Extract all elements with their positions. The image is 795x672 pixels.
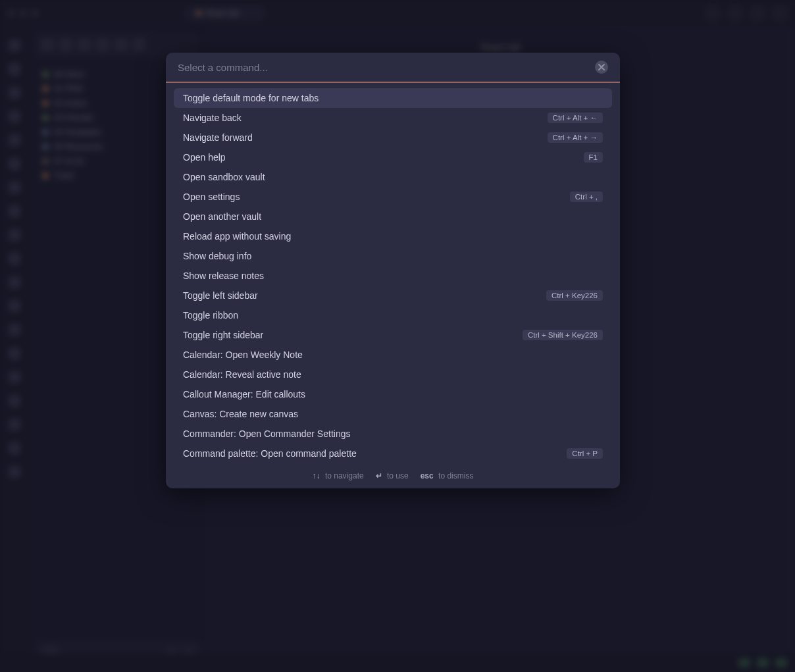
command-label: Navigate forward xyxy=(183,132,253,143)
command-label: Callout Manager: Edit callouts xyxy=(183,389,305,400)
command-item[interactable]: Calendar: Open Weekly Note xyxy=(174,345,612,365)
command-item[interactable]: Toggle left sidebarCtrl + Key226 xyxy=(174,286,612,305)
command-item[interactable]: Open settingsCtrl + , xyxy=(174,187,612,207)
command-label: Open another vault xyxy=(183,211,261,222)
command-label: Show release notes xyxy=(183,271,264,281)
command-label: Calendar: Reveal active note xyxy=(183,369,301,380)
command-label: Canvas: Create new canvas xyxy=(183,409,298,419)
esc-text: to dismiss xyxy=(438,471,473,480)
command-item[interactable]: Open helpF1 xyxy=(174,147,612,167)
use-key: ↵ xyxy=(376,471,382,480)
command-label: Toggle left sidebar xyxy=(183,290,258,301)
command-input-row xyxy=(166,53,620,82)
command-label: Open help xyxy=(183,152,226,163)
command-item[interactable]: Open sandbox vault xyxy=(174,167,612,187)
command-label: Calendar: Open Weekly Note xyxy=(183,349,303,360)
command-item[interactable]: Command palette: Open command paletteCtr… xyxy=(174,444,612,463)
command-item[interactable]: Canvas: Create new canvas xyxy=(174,404,612,424)
command-palette: Toggle default mode for new tabsNavigate… xyxy=(166,53,620,488)
command-label: Command palette: Open command palette xyxy=(183,448,357,459)
nav-text: to navigate xyxy=(325,471,364,480)
command-list: Toggle default mode for new tabsNavigate… xyxy=(166,83,620,466)
command-hotkey: Ctrl + Alt + → xyxy=(548,132,603,143)
use-text: to use xyxy=(387,471,409,480)
command-label: Toggle right sidebar xyxy=(183,330,263,340)
nav-key: ↑↓ xyxy=(313,471,321,480)
command-item[interactable]: Toggle default mode for new tabs xyxy=(174,88,612,108)
command-label: Toggle ribbon xyxy=(183,310,238,321)
command-hotkey: Ctrl + P xyxy=(567,448,603,459)
command-label: Open sandbox vault xyxy=(183,172,265,182)
command-item[interactable]: Reload app without saving xyxy=(174,226,612,246)
command-hotkey: Ctrl + Shift + Key226 xyxy=(523,330,603,340)
command-label: Commander: Open Commander Settings xyxy=(183,428,350,439)
command-hotkey: Ctrl + Key226 xyxy=(546,290,603,301)
command-item[interactable]: Calendar: Reveal active note xyxy=(174,365,612,384)
command-input[interactable] xyxy=(178,62,588,73)
command-item[interactable]: Show release notes xyxy=(174,266,612,286)
command-hotkey: Ctrl + Alt + ← xyxy=(548,113,603,123)
command-item[interactable]: Callout Manager: Edit callouts xyxy=(174,384,612,404)
close-icon[interactable] xyxy=(595,61,608,74)
command-item[interactable]: Show debug info xyxy=(174,246,612,266)
palette-footer: ↑↓ to navigate ↵ to use esc to dismiss xyxy=(166,466,620,488)
command-item[interactable]: Navigate forwardCtrl + Alt + → xyxy=(174,128,612,147)
command-item[interactable]: Toggle ribbon xyxy=(174,305,612,325)
command-item[interactable]: Toggle right sidebarCtrl + Shift + Key22… xyxy=(174,325,612,345)
command-item[interactable]: Navigate backCtrl + Alt + ← xyxy=(174,108,612,128)
command-label: Show debug info xyxy=(183,251,251,261)
command-label: Reload app without saving xyxy=(183,231,291,242)
command-hotkey: Ctrl + , xyxy=(570,192,603,202)
command-label: Navigate back xyxy=(183,113,242,123)
command-item[interactable]: Commander: Open Commander Settings xyxy=(174,424,612,444)
command-item[interactable]: Open another vault xyxy=(174,207,612,226)
command-hotkey: F1 xyxy=(584,152,603,163)
esc-key: esc xyxy=(421,471,434,480)
palette-divider xyxy=(166,82,620,83)
command-label: Open settings xyxy=(183,192,240,202)
command-label: Toggle default mode for new tabs xyxy=(183,93,319,103)
